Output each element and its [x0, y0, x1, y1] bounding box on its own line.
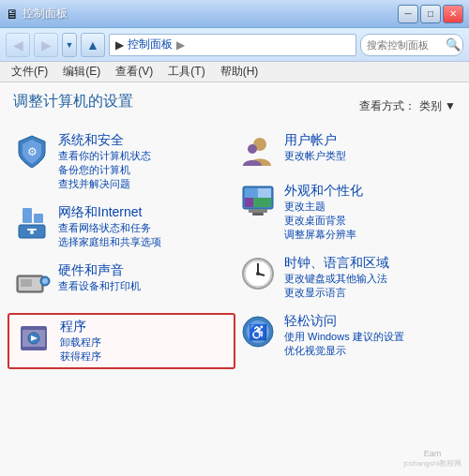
svg-point-27 [256, 272, 260, 275]
programs-link-2[interactable]: 获得程序 [60, 350, 101, 364]
system-link-3[interactable]: 查找并解决问题 [58, 177, 151, 191]
right-column: 用户帐户 更改帐户类型 [239, 132, 456, 382]
network-text: 网络和Internet 查看网络状态和任务 选择家庭组和共享选项 [58, 204, 161, 249]
appearance-link-3[interactable]: 调整屏幕分辨率 [284, 228, 363, 242]
clock-link-2[interactable]: 更改显示语言 [284, 286, 389, 300]
panel-item-clock[interactable]: 时钟、语言和区域 更改键盘或其他输入法 更改显示语言 [239, 255, 456, 300]
access-icon: ♿ [239, 313, 277, 350]
up-button[interactable]: ▲ [81, 33, 105, 57]
programs-title[interactable]: 程序 [60, 319, 101, 335]
content-wrapper: ⚙ 系统和安全 查看你的计算机状态 备份您的计算机 查找并解决问题 [13, 132, 456, 382]
system-text: 系统和安全 查看你的计算机状态 备份您的计算机 查找并解决问题 [58, 132, 151, 191]
svg-point-9 [42, 278, 48, 284]
hardware-text: 硬件和声音 查看设备和打印机 [58, 262, 141, 293]
search-input[interactable] [367, 39, 442, 51]
search-box: 🔍 [360, 34, 463, 56]
system-title[interactable]: 系统和安全 [58, 132, 151, 149]
main-content: 调整计算机的设置 查看方式： 类别 ▼ ⚙ 系统和安全 [0, 82, 469, 476]
panel-item-user[interactable]: 用户帐户 更改帐户类型 [239, 132, 456, 170]
clock-icon [239, 255, 277, 292]
user-link-1[interactable]: 更改帐户类型 [284, 149, 346, 163]
menu-tools[interactable]: 工具(T) [164, 64, 208, 80]
content-area: 调整计算机的设置 查看方式： 类别 ▼ ⚙ 系统和安全 [0, 82, 469, 476]
network-icon [13, 204, 51, 242]
breadcrumb-icon: ▶ [115, 38, 124, 52]
breadcrumb: ▶ 控制面板 ▶ [109, 34, 356, 56]
menu-edit[interactable]: 编辑(E) [59, 64, 104, 80]
system-icon: ⚙ [13, 132, 51, 170]
svg-rect-10 [21, 279, 32, 287]
panel-item-hardware[interactable]: 硬件和声音 查看设备和打印机 [13, 262, 230, 300]
user-icon [239, 132, 277, 170]
page-title: 调整计算机的设置 [13, 92, 133, 112]
menu-view[interactable]: 查看(V) [112, 64, 157, 80]
panel-item-network[interactable]: 网络和Internet 查看网络状态和任务 选择家庭组和共享选项 [13, 204, 230, 249]
panel-item-programs[interactable]: 程序 卸载程序 获得程序 [8, 313, 235, 369]
left-column: ⚙ 系统和安全 查看你的计算机状态 备份您的计算机 查找并解决问题 [13, 132, 230, 382]
breadcrumb-text[interactable]: 控制面板 [128, 37, 173, 52]
user-text: 用户帐户 更改帐户类型 [284, 132, 346, 163]
svg-text:♿: ♿ [249, 323, 267, 341]
appearance-icon [239, 183, 277, 220]
system-link-2[interactable]: 备份您的计算机 [58, 163, 151, 177]
programs-icon [15, 319, 53, 356]
svg-text:⚙: ⚙ [27, 145, 38, 158]
panel-item-access[interactable]: ♿ 轻松访问 使用 Windows 建议的设置 优化视觉显示 [239, 313, 456, 358]
svg-point-15 [248, 144, 257, 154]
svg-point-4 [30, 231, 34, 234]
minimize-button[interactable]: ─ [398, 5, 418, 23]
clock-title[interactable]: 时钟、语言和区域 [284, 255, 389, 272]
breadcrumb-separator: ▶ [176, 38, 185, 52]
maximize-button[interactable]: □ [420, 5, 441, 23]
user-title[interactable]: 用户帐户 [284, 132, 346, 149]
svg-rect-21 [249, 209, 267, 213]
view-mode-label[interactable]: 查看方式： 类别 ▼ [359, 98, 456, 114]
menu-help[interactable]: 帮助(H) [217, 64, 263, 80]
appearance-link-1[interactable]: 更改主题 [284, 200, 363, 214]
svg-rect-22 [252, 213, 264, 216]
access-text: 轻松访问 使用 Windows 建议的设置 优化视觉显示 [284, 313, 404, 358]
programs-link-1[interactable]: 卸载程序 [60, 335, 101, 350]
nav-dropdown-button[interactable]: ▼ [62, 33, 77, 57]
panel-item-appearance[interactable]: 外观和个性化 更改主题 更改桌面背景 调整屏幕分辨率 [239, 183, 456, 242]
nav-bar: ◀ ▶ ▼ ▲ ▶ 控制面板 ▶ 🔍 [0, 28, 469, 62]
hardware-link-1[interactable]: 查看设备和打印机 [58, 279, 141, 293]
search-icon: 🔍 [446, 37, 461, 52]
hardware-title[interactable]: 硬件和声音 [58, 262, 141, 279]
menu-file[interactable]: 文件(F) [8, 64, 52, 80]
svg-rect-18 [245, 188, 258, 198]
forward-button[interactable]: ▶ [34, 33, 58, 57]
panel-item-system[interactable]: ⚙ 系统和安全 查看你的计算机状态 备份您的计算机 查找并解决问题 [13, 132, 230, 191]
svg-rect-20 [253, 198, 271, 207]
access-title[interactable]: 轻松访问 [284, 313, 404, 330]
access-link-1[interactable]: 使用 Windows 建议的设置 [284, 330, 404, 344]
clock-link-1[interactable]: 更改键盘或其他输入法 [284, 272, 389, 286]
menu-bar: 文件(F) 编辑(E) 查看(V) 工具(T) 帮助(H) [0, 62, 469, 82]
access-link-2[interactable]: 优化视觉显示 [284, 344, 404, 358]
svg-rect-2 [23, 208, 32, 223]
watermark: Eam jcshangshi教程网 [403, 449, 461, 469]
appearance-link-2[interactable]: 更改桌面背景 [284, 214, 363, 228]
svg-rect-3 [34, 214, 43, 223]
title-bar-title: 控制面板 [23, 6, 68, 22]
system-link-1[interactable]: 查看你的计算机状态 [58, 149, 151, 163]
window-controls: ─ □ ✕ [398, 5, 463, 23]
window-icon: 🖥 [6, 7, 19, 22]
clock-text: 时钟、语言和区域 更改键盘或其他输入法 更改显示语言 [284, 255, 389, 300]
network-link-2[interactable]: 选择家庭组和共享选项 [58, 235, 161, 249]
programs-text: 程序 卸载程序 获得程序 [60, 319, 101, 364]
network-title[interactable]: 网络和Internet [58, 204, 161, 221]
appearance-title[interactable]: 外观和个性化 [284, 183, 363, 200]
svg-rect-5 [27, 229, 37, 231]
network-link-1[interactable]: 查看网络状态和任务 [58, 221, 161, 235]
close-button[interactable]: ✕ [443, 5, 463, 23]
title-bar-left: 🖥 控制面板 [6, 6, 68, 22]
back-button[interactable]: ◀ [6, 33, 30, 57]
appearance-text: 外观和个性化 更改主题 更改桌面背景 调整屏幕分辨率 [284, 183, 363, 242]
hardware-icon [13, 262, 51, 300]
svg-rect-19 [245, 198, 253, 207]
title-bar: 🖥 控制面板 ─ □ ✕ [0, 0, 469, 28]
